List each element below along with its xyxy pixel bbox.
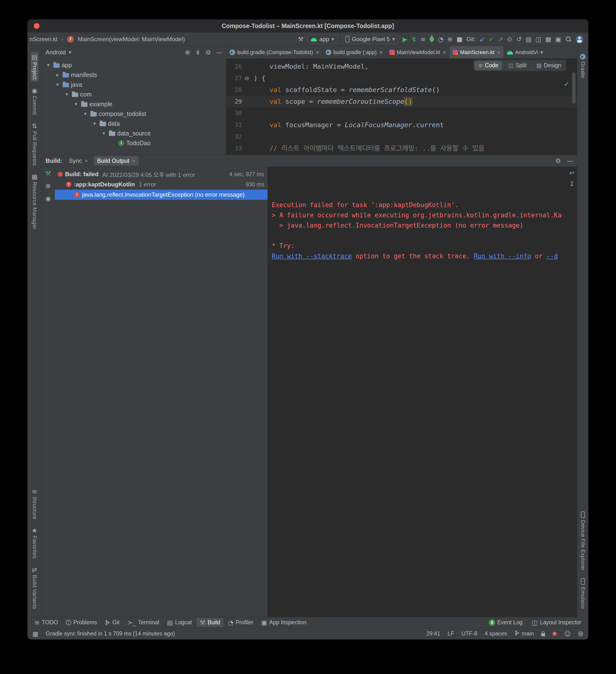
console-link[interactable]: --d xyxy=(546,252,558,260)
tree-item-app[interactable]: ▾app xyxy=(42,60,226,70)
tool-button-build[interactable]: ⚒Build xyxy=(197,618,224,627)
view-mode-design[interactable]: ▨Design xyxy=(533,61,565,70)
pin-icon[interactable]: ⊕ xyxy=(45,183,51,189)
chevron-down-icon[interactable]: ▾ xyxy=(54,82,61,87)
inspection-ok-icon[interactable]: ✓ xyxy=(564,80,570,88)
run-icon[interactable]: ▶ xyxy=(402,36,407,42)
tool-button-emulator[interactable]: Emulator xyxy=(579,576,587,611)
git-update-icon[interactable]: ↙ xyxy=(480,36,485,42)
hide-panel-icon[interactable]: — xyxy=(567,158,573,164)
editor-tab-mainscreen-kt[interactable]: MainScreen.kt× xyxy=(450,46,504,59)
chevron-right-icon[interactable]: ▸ xyxy=(54,72,61,78)
close-tab-icon[interactable]: × xyxy=(84,158,88,164)
tool-button-project[interactable]: ▤Project xyxy=(31,52,38,82)
file-encoding[interactable]: UTF-8 xyxy=(462,631,477,637)
locate-file-icon[interactable]: ⊕ xyxy=(185,49,190,55)
chevron-down-icon[interactable]: ▾ xyxy=(69,50,72,55)
tree-item-data-source[interactable]: ▾data_source xyxy=(42,128,226,138)
breadcrumb-file[interactable]: nScreen.kt xyxy=(29,36,57,43)
close-tab-icon[interactable]: × xyxy=(132,158,135,164)
tool-button-event-log[interactable]: 4Event Log xyxy=(485,618,526,627)
build-tab-sync[interactable]: Sync× xyxy=(66,156,91,166)
avatar[interactable] xyxy=(576,35,583,43)
scroll-to-end-icon[interactable]: ↧ xyxy=(569,181,575,187)
git-commit-icon[interactable]: ✓ xyxy=(489,36,494,42)
view-mode-code[interactable]: ≡Code xyxy=(474,61,502,70)
tool-button-git[interactable]: Git xyxy=(101,618,123,627)
chevron-down-icon[interactable]: ▾ xyxy=(540,50,543,55)
tree-item-com[interactable]: ▾com xyxy=(42,89,226,99)
build-tree-row[interactable]: Build: failedAt 2022/03/29 4:05 오후 with … xyxy=(55,169,267,179)
soft-wrap-icon[interactable]: ↩ xyxy=(569,170,575,176)
hide-panel-icon[interactable]: — xyxy=(216,49,222,55)
undo-icon[interactable]: ↺ xyxy=(516,36,522,42)
settings-icon[interactable]: ⚙ xyxy=(206,49,211,55)
close-tab-icon[interactable]: × xyxy=(379,49,383,56)
profiler-icon[interactable]: ◔ xyxy=(438,36,444,42)
code-line-33[interactable]: 33 // 리스트 아이템마다 텍스트에디터를 프로그래밍: ..를 사용할 수… xyxy=(226,142,577,154)
tool-button-terminal[interactable]: >_Terminal xyxy=(124,618,162,627)
run-configuration-select[interactable]: app ▾ xyxy=(307,34,338,44)
chevron-down-icon[interactable]: ▾ xyxy=(82,111,89,116)
notifications-icon[interactable] xyxy=(578,631,583,637)
tool-button-resource-manager[interactable]: ▦Resource Manager xyxy=(31,172,38,231)
tool-button-todo[interactable]: ≡TODO xyxy=(31,618,61,627)
editor-tab-androidvi[interactable]: AndroidVi▾ xyxy=(504,46,546,59)
code-line-27[interactable]: 27⊖) { xyxy=(226,72,577,84)
close-tab-icon[interactable]: × xyxy=(442,49,446,56)
chevron-down-icon[interactable]: ▾ xyxy=(101,131,107,136)
close-tab-icon[interactable]: × xyxy=(497,49,500,56)
device-manager-icon[interactable]: ◫ xyxy=(535,36,541,42)
tree-item-java[interactable]: ▾java xyxy=(42,80,226,89)
git-push-icon[interactable]: ↗ xyxy=(498,36,503,42)
tree-item-example[interactable]: ▾example xyxy=(42,99,226,109)
tree-item-manifests[interactable]: ▸manifests xyxy=(42,70,226,80)
close-button[interactable] xyxy=(34,23,39,29)
editor-tab-build-gradle-app[interactable]: build.gradle (:app)× xyxy=(323,46,386,59)
project-structure-icon[interactable]: ▤ xyxy=(526,36,532,42)
breadcrumb-function[interactable]: MainScreen(viewModel: MainViewModel) xyxy=(78,36,185,43)
code-line-31[interactable]: 31 val focusManager = LocalFocusManager.… xyxy=(226,119,577,131)
rerun-build-icon[interactable]: ⚒ xyxy=(45,170,51,177)
build-console[interactable]: ↩ ↧ Execution failed for task ':app:kapt… xyxy=(268,167,577,617)
line-separator[interactable]: LF xyxy=(448,631,454,637)
attach-debugger-icon[interactable]: ⊕ xyxy=(448,36,453,42)
tool-button-layout-inspector[interactable]: ◫Layout Inspector xyxy=(528,618,585,627)
chevron-down-icon[interactable]: ▾ xyxy=(64,92,70,97)
tool-button-build-variants[interactable]: ⇄Build Variants xyxy=(31,565,38,611)
lock-icon[interactable] xyxy=(541,633,545,636)
device-select[interactable]: Google Pixel 5 ▾ xyxy=(342,34,399,44)
project-view-mode[interactable]: Android xyxy=(45,49,66,56)
fold-icon[interactable]: ⊖ xyxy=(242,72,252,84)
history-icon[interactable]: ⊙ xyxy=(507,36,512,42)
chevron-down-icon[interactable]: ▾ xyxy=(45,63,51,68)
indent-setting[interactable]: 4 spaces xyxy=(485,631,507,637)
view-mode-split[interactable]: ◫Split xyxy=(504,61,530,70)
tool-button-app-inspection[interactable]: ▣App Inspection xyxy=(258,618,310,627)
build-tab-build-output[interactable]: Build Output× xyxy=(94,156,139,166)
build-tree-row[interactable]: !java.lang.reflect.InvocationTargetExcep… xyxy=(55,190,267,200)
zoom-button[interactable] xyxy=(53,23,58,29)
git-branch-widget[interactable]: main xyxy=(514,630,534,638)
minimize-button[interactable] xyxy=(43,23,49,29)
stop-icon[interactable]: ■ xyxy=(457,36,463,42)
error-indicator-icon[interactable]: ! xyxy=(552,632,557,636)
tool-button-logcat[interactable]: ▤Logcat xyxy=(163,618,196,627)
sync-project-icon[interactable]: ▣ xyxy=(555,36,561,42)
tree-item-data[interactable]: ▾data xyxy=(42,119,226,128)
run-configurations-icon[interactable]: ≡ xyxy=(420,36,426,42)
settings-icon[interactable]: ⚙ xyxy=(555,158,561,164)
build-tree-row[interactable]: !:app:kaptDebugKotlin1 error930 ms xyxy=(55,179,267,190)
tool-button-favorites[interactable]: ★Favorites xyxy=(31,525,38,561)
search-icon[interactable] xyxy=(565,36,572,43)
tool-button-profiler[interactable]: ◔Profiler xyxy=(224,618,257,627)
tool-button-structure[interactable]: ≡Structure xyxy=(31,486,38,522)
eye-icon[interactable]: ◉ xyxy=(45,196,51,202)
code-line-32[interactable]: 32 xyxy=(226,131,577,142)
code-line-29[interactable]: 29 val scope = rememberCoroutineScope() xyxy=(226,96,577,107)
tool-button-device-file-explorer[interactable]: Device File Explorer xyxy=(579,510,587,572)
build-hammer-icon[interactable]: ⚒ xyxy=(298,36,303,42)
console-link[interactable]: Run with --info xyxy=(474,252,531,260)
close-tab-icon[interactable]: × xyxy=(315,49,319,56)
tool-button-gradle[interactable]: Gradle xyxy=(579,52,587,80)
